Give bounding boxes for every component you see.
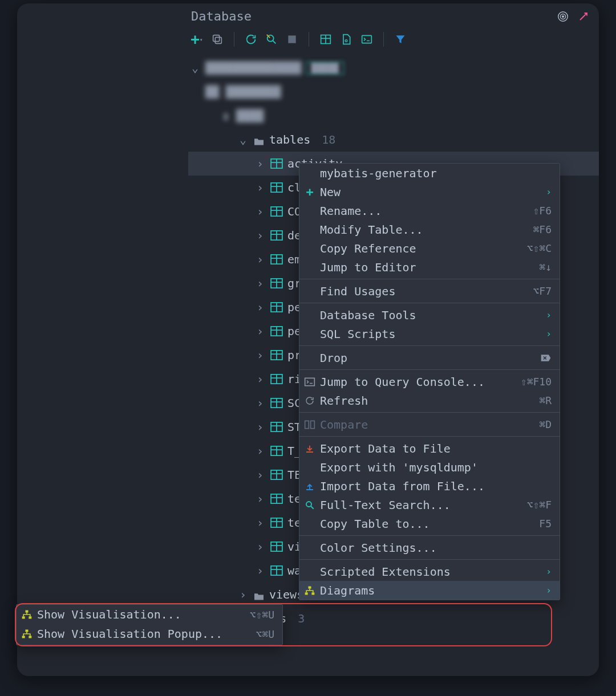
submenu-item[interactable]: Show Visualisation Popup... ⌥⌘U (17, 624, 282, 644)
svg-rect-39 (22, 636, 25, 638)
menu-label: Color Settings... (320, 541, 552, 555)
svg-rect-9 (362, 35, 372, 43)
menu-label: Drop (320, 351, 536, 365)
chevron-right-icon: › (257, 372, 266, 386)
chevron-right-icon: › (546, 310, 552, 320)
menu-item[interactable]: Modify Table...⌘F6 (299, 220, 560, 239)
menu-shortcut: ⇧F6 (533, 205, 552, 217)
menu-separator (299, 369, 560, 370)
folder-count: 18 (322, 133, 335, 146)
target-icon[interactable] (557, 10, 569, 23)
svg-rect-30 (311, 421, 315, 428)
submenu-shortcut: ⌥⇧⌘U (250, 609, 274, 621)
menu-shortcut: ⌘D (539, 418, 552, 430)
menu-item[interactable]: Export with 'mysqldump' (299, 458, 560, 477)
menu-icon (304, 585, 315, 596)
menu-item[interactable]: Rename...⇧F6 (299, 201, 560, 220)
stop-icon[interactable] (286, 33, 298, 46)
tree-tables-folder[interactable]: ⌄ tables 18 (188, 128, 599, 152)
menu-label: Copy Reference (320, 242, 522, 255)
popup-icon[interactable] (577, 10, 590, 23)
script-icon[interactable] (340, 33, 352, 46)
inspect-icon[interactable] (265, 33, 278, 46)
table-icon (270, 278, 283, 288)
menu-icon (304, 500, 315, 510)
menu-shortcut: ⌥⇧⌘C (527, 242, 552, 254)
diagram-icon (21, 609, 33, 620)
svg-rect-40 (29, 636, 31, 638)
menu-item[interactable]: Jump to Query Console...⇧⌘F10 (299, 372, 560, 391)
menu-label: Compare (320, 418, 534, 432)
table-icon (270, 374, 283, 384)
tree-connection[interactable]: ⌄ ██████████████ █████ (188, 56, 599, 80)
svg-rect-28 (305, 378, 315, 385)
menu-item[interactable]: Find Usages⌥F7 (299, 282, 560, 300)
chevron-right-icon: › (257, 348, 266, 362)
menu-icon (304, 481, 315, 491)
menu-item[interactable]: Import Data from File... (299, 477, 560, 495)
tree-database[interactable]: ▮ ████ (188, 104, 599, 128)
chevron-right-icon: › (257, 420, 266, 434)
menu-label: Diagrams (320, 584, 541, 597)
table-icon (270, 206, 283, 217)
toolbar-separator (234, 32, 234, 47)
tree-schema[interactable]: ██ ████████ (188, 80, 599, 104)
copy-icon[interactable] (211, 33, 224, 46)
filter-icon[interactable] (394, 33, 407, 46)
console-icon[interactable] (360, 33, 373, 46)
menu-item[interactable]: mybatis-generator (299, 164, 560, 182)
chevron-right-icon: › (546, 328, 552, 339)
menu-shortcut: ⌘F6 (533, 223, 552, 235)
folder-label: tables (269, 133, 310, 146)
menu-item[interactable]: Export Data to File (299, 439, 560, 458)
database-toolbar: +▾ (188, 29, 409, 50)
menu-item[interactable]: +New› (299, 182, 560, 201)
menu-item[interactable]: Jump to Editor⌘↓ (299, 258, 560, 276)
folder-icon (253, 590, 265, 599)
toolbar-separator (309, 32, 309, 47)
menu-label: Import Data from File... (320, 479, 552, 493)
chevron-right-icon: › (257, 564, 266, 577)
menu-shortcut: ⇧⌘F10 (521, 376, 552, 388)
table-icon (270, 350, 283, 360)
menu-label: Find Usages (320, 284, 528, 298)
menu-icon (304, 420, 315, 430)
menu-item[interactable]: Copy Table to...F5 (299, 514, 560, 533)
table-icon[interactable] (319, 33, 332, 46)
chevron-right-icon: › (257, 516, 266, 530)
diagrams-submenu[interactable]: Show Visualisation... ⌥⇧⌘U Show Visualis… (16, 604, 283, 645)
menu-label: Modify Table... (320, 223, 528, 237)
menu-separator (299, 303, 560, 303)
menu-label: Copy Table to... (320, 517, 534, 531)
menu-item[interactable]: Refresh⌘R (299, 391, 560, 410)
menu-label: mybatis-generator (320, 166, 552, 180)
menu-item[interactable]: Full-Text Search...⌥⇧⌘F (299, 495, 560, 514)
svg-rect-36 (22, 616, 25, 618)
menu-item[interactable]: Database Tools› (299, 306, 560, 324)
menu-separator (299, 535, 560, 536)
menu-item[interactable]: SQL Scripts› (299, 324, 560, 343)
table-icon (270, 494, 283, 504)
folder-icon (253, 135, 265, 144)
svg-rect-32 (309, 586, 311, 588)
menu-item[interactable]: Color Settings... (299, 538, 560, 557)
menu-item[interactable]: Diagrams› (299, 581, 560, 600)
menu-item[interactable]: Copy Reference⌥⇧⌘C (299, 239, 560, 258)
table-icon (270, 326, 283, 336)
chevron-right-icon: › (257, 492, 266, 506)
table-icon (270, 446, 283, 456)
chevron-right-icon: › (546, 566, 552, 577)
panel-title: Database (191, 9, 252, 23)
chevron-right-icon: › (546, 585, 552, 596)
chevron-right-icon: › (257, 324, 266, 338)
add-icon[interactable]: +▾ (191, 33, 203, 46)
menu-separator (299, 436, 560, 437)
menu-shortcut: ⌥⇧⌘F (527, 499, 552, 511)
menu-item[interactable]: Scripted Extensions› (299, 562, 560, 581)
menu-item[interactable]: Drop (299, 348, 560, 367)
refresh-icon[interactable] (245, 33, 257, 46)
svg-rect-29 (305, 421, 309, 428)
diagram-icon (21, 629, 33, 639)
context-menu[interactable]: mybatis-generator+New›Rename...⇧F6Modify… (299, 163, 560, 600)
submenu-item[interactable]: Show Visualisation... ⌥⇧⌘U (17, 605, 282, 624)
